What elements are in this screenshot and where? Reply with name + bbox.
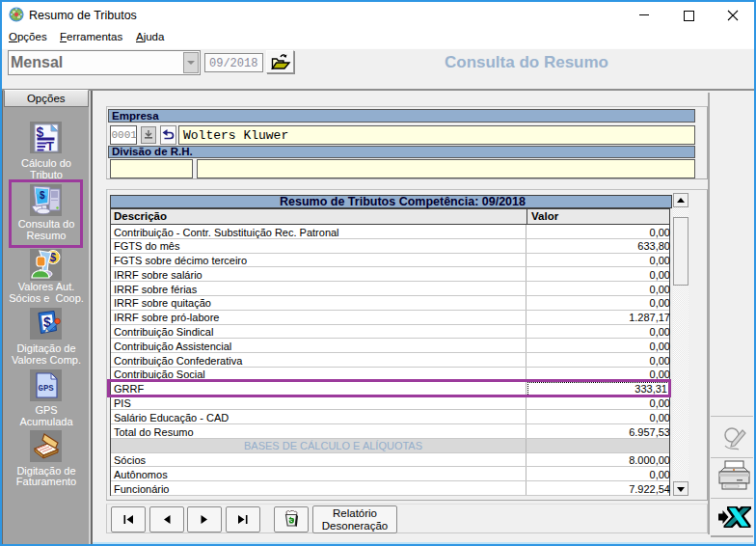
svg-text:$: $ bbox=[37, 124, 44, 140]
svg-text:GPS: GPS bbox=[39, 384, 55, 394]
svg-text:T: T bbox=[46, 139, 54, 153]
svg-text:$: $ bbox=[40, 190, 45, 201]
